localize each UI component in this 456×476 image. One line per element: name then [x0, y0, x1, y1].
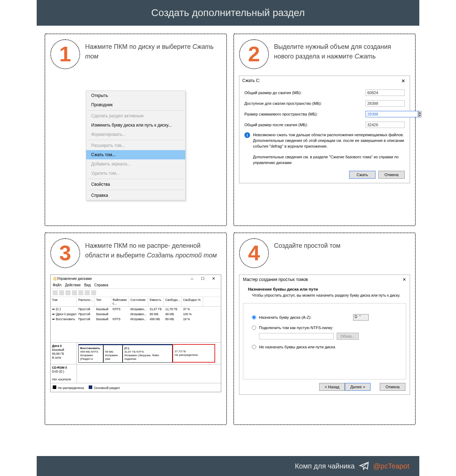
back-button[interactable]: < Назад [319, 383, 345, 391]
info-text-2: Дополнительные сведения см. в разделе "С… [253, 154, 405, 166]
toolbar [51, 288, 221, 297]
toolbar-icon[interactable] [91, 290, 96, 295]
menu-item-properties[interactable]: Свойства [86, 180, 185, 189]
menu-item-open[interactable]: Открыть [86, 91, 185, 100]
info-icon: i [244, 132, 250, 138]
telegram-icon [359, 461, 369, 471]
info-text-1: Невозможно сжать том дальше области расп… [253, 132, 405, 149]
step-1-number-circle: 1 [50, 39, 80, 69]
step-3-card: 3 Нажмите ПКМ по не распре- деленной обл… [45, 232, 227, 425]
toolbar-icon[interactable] [78, 290, 83, 295]
partition[interactable]: Восстановить499 МБ NTFSИсправен (Раздел … [78, 344, 103, 363]
step-1-card: 1 Нажмите ПКМ по диску и выберите Сжать … [45, 34, 227, 226]
disk-row: Диск 0 Базовый 59,98 ГБ В сети Восстанов… [51, 343, 221, 364]
table-header: ТомРасполо...ТипФайловая с...СостояниеЕм… [51, 297, 221, 307]
cancel-button[interactable]: Отмена [378, 171, 405, 179]
step-4-text: Создайте простой том [274, 238, 341, 251]
close-icon[interactable]: ✕ [403, 277, 406, 282]
table-row[interactable]: ➡ ВосстановитьПростойБазовыйNTFSИсправен… [51, 317, 221, 322]
step-1-text: Нажмите ПКМ по диску и выберите Сжать то… [85, 39, 221, 61]
table-row[interactable]: ➡ (Диск 0 раздел 2)ПростойБазовыйИсправе… [51, 312, 221, 317]
radio-assign-letter[interactable] [252, 315, 256, 319]
cdrom-row: CD-ROM 0 DVD (E:) Нет носителя [51, 364, 221, 383]
wizard-title: Мастер создания простых томов [243, 277, 308, 282]
opt-assign-letter-label: Назначить букву диска (A-Z): [259, 315, 312, 319]
menu-item-extend: Расширить том... [86, 141, 185, 150]
wizard-dialog: Мастер создания простых томов ✕ Назначен… [239, 275, 410, 395]
step-2-number-circle: 2 [239, 39, 269, 69]
menu-item-help[interactable]: Справка [86, 191, 185, 200]
menu-item-format: Форматировать... [86, 130, 185, 139]
step-3-text: Нажмите ПКМ по не распре- деленной облас… [85, 238, 221, 260]
toolbar-icon[interactable] [85, 290, 90, 295]
radio-no-letter[interactable] [252, 345, 256, 349]
step-2-text: Выделите нужный объем для создания новог… [274, 39, 410, 61]
spin-down-icon[interactable]: ▼ [418, 114, 421, 117]
shrink-amount-input[interactable] [366, 111, 418, 117]
partition[interactable]: (C:)31,67 ГБ NTFSИсправен (Загрузка, Фай… [123, 344, 172, 363]
wizard-heading: Назначение буквы диска или пути [248, 287, 401, 291]
opt-mount-folder-label: Подключить том как пустую NTFS-папку: [259, 326, 333, 330]
avail-size-value: 28398 [366, 100, 405, 107]
cancel-button[interactable]: Отмена [380, 383, 405, 391]
menu-file[interactable]: Файл [53, 283, 62, 287]
disk-mgmt-window: 📀 Управление дисками ─ ☐ ✕ Файл Действие… [50, 275, 221, 392]
browse-button[interactable]: Обзор... [337, 333, 359, 340]
dialog-title: Сжать C: [242, 78, 260, 84]
after-size-label: Общий размер после сжатия (МБ): [244, 123, 308, 127]
menu-item-shrink[interactable]: Сжать том... [86, 150, 185, 159]
menu-item-delete: Удалить том... [86, 169, 185, 178]
maximize-icon[interactable]: ☐ [197, 276, 208, 281]
close-icon[interactable]: ✕ [208, 276, 219, 281]
wizard-subheading: Чтобы упростить доступ, вы можете назнач… [252, 293, 401, 298]
menu-view[interactable]: Вид [84, 283, 91, 287]
opt-no-letter-label: Не назначать буквы диска или пути диска [259, 345, 335, 349]
menu-help[interactable]: Справка [94, 283, 108, 287]
page-title: Создать дополнительный раздел [37, 0, 419, 26]
menu-action[interactable]: Действие [65, 283, 81, 287]
footer-text: Комп для чайника [295, 462, 355, 470]
legend: Не распределена Основной раздел [51, 383, 221, 392]
toolbar-icon[interactable] [66, 290, 71, 295]
drive-letter-select[interactable]: D ˅ [353, 314, 369, 321]
toolbar-icon[interactable] [59, 290, 64, 295]
total-size-value: 60824 [366, 89, 405, 96]
shrink-dialog: Сжать C: ✕ Общий размер до сжатия (МБ): … [239, 76, 410, 183]
footer-handle[interactable]: @pcTeapot [373, 462, 409, 470]
diskmgmt-icon: 📀 [53, 277, 57, 281]
toolbar-icon[interactable] [53, 290, 58, 295]
after-size-value: 32426 [366, 122, 405, 128]
window-title: Управление дисками [57, 277, 187, 281]
step-4-card: 4 Создайте простой том Мастер создания п… [233, 232, 416, 425]
close-icon[interactable]: ✕ [400, 78, 407, 84]
toolbar-icon[interactable] [72, 290, 77, 295]
next-button[interactable]: Далее > [345, 383, 370, 391]
menu-item-change-letter[interactable]: Изменить букву диска или путь к диску... [86, 121, 185, 130]
folder-path-input[interactable] [259, 333, 334, 339]
menu-item-add-mirror: Добавить зеркало... [86, 159, 185, 169]
menu-item-make-active: Сделать раздел активным [86, 111, 185, 121]
shrink-button[interactable]: Сжать [349, 171, 375, 179]
partition[interactable]: 99 МБИсправен (Ши [103, 344, 123, 363]
radio-mount-folder[interactable] [252, 326, 256, 330]
shrink-amount-label: Размер сжимаемого пространства (МБ): [244, 112, 318, 116]
step-2-card: 2 Выделите нужный объем для создания нов… [233, 34, 416, 226]
menu-item-explorer[interactable]: Проводник [86, 100, 185, 109]
minimize-icon[interactable]: ─ [187, 277, 197, 281]
partition-unallocated[interactable]: 27,73 ГБНе распределена [172, 344, 215, 363]
step-4-number-circle: 4 [239, 238, 269, 268]
table-row[interactable]: ➡ (C:)ПростойБазовыйNTFSИсправен...31,67… [51, 307, 221, 312]
context-menu: Открыть Проводник Сделать раздел активны… [86, 91, 186, 200]
avail-size-label: Доступное для сжатия пространство (МБ): [244, 101, 322, 106]
step-3-number-circle: 3 [50, 238, 80, 268]
total-size-label: Общий размер до сжатия (МБ): [244, 91, 302, 95]
spin-up-icon[interactable]: ▲ [418, 111, 421, 114]
